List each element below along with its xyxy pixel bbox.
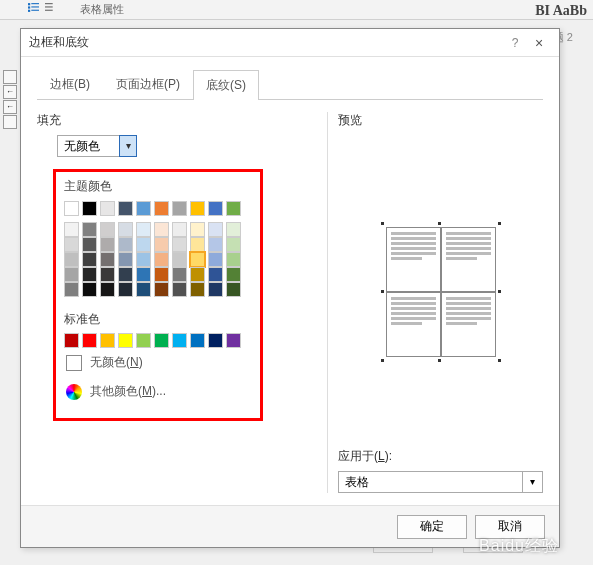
fill-combo-dropdown-button[interactable]: ▾	[119, 135, 137, 157]
color-swatch[interactable]	[118, 237, 133, 252]
svg-rect-8	[45, 10, 53, 11]
color-swatch[interactable]	[100, 252, 115, 267]
color-swatch[interactable]	[136, 201, 151, 216]
color-swatch[interactable]	[100, 282, 115, 297]
color-swatch[interactable]	[100, 237, 115, 252]
color-swatch[interactable]	[82, 267, 97, 282]
color-swatch[interactable]	[118, 201, 133, 216]
color-swatch[interactable]	[136, 222, 151, 237]
color-swatch[interactable]	[190, 282, 205, 297]
tab-page-border[interactable]: 页面边框(P)	[103, 69, 193, 99]
color-swatch[interactable]	[100, 267, 115, 282]
color-swatch[interactable]	[64, 267, 79, 282]
more-colors-label: 其他颜色(M)...	[90, 383, 166, 400]
color-swatch[interactable]	[208, 252, 223, 267]
preview-table-graphic	[386, 227, 496, 357]
ok-button[interactable]: 确定	[397, 515, 467, 539]
cancel-button[interactable]: 取消	[475, 515, 545, 539]
color-swatch[interactable]	[226, 267, 241, 282]
color-swatch[interactable]	[172, 201, 187, 216]
color-swatch[interactable]	[64, 222, 79, 237]
color-swatch[interactable]	[136, 282, 151, 297]
color-swatch[interactable]	[64, 201, 79, 216]
color-swatch[interactable]	[172, 222, 187, 237]
apply-to-label: 应用于(L):	[338, 448, 543, 465]
apply-to-combo[interactable]: 表格 ▾	[338, 471, 543, 493]
no-color-option[interactable]: 无颜色(N)	[64, 348, 252, 377]
color-swatch[interactable]	[154, 201, 169, 216]
color-swatch[interactable]	[154, 222, 169, 237]
color-swatch[interactable]	[226, 222, 241, 237]
borders-shading-dialog: 边框和底纹 ? × 边框(B) 页面边框(P) 底纹(S) 填充 无颜色 ▾ 主…	[20, 28, 560, 548]
color-swatch[interactable]	[190, 237, 205, 252]
color-swatch[interactable]	[208, 201, 223, 216]
color-swatch[interactable]	[226, 201, 241, 216]
color-swatch[interactable]	[226, 252, 241, 267]
color-swatch[interactable]	[154, 237, 169, 252]
color-swatch[interactable]	[100, 333, 115, 348]
color-swatch[interactable]	[118, 267, 133, 282]
color-swatch[interactable]	[136, 333, 151, 348]
color-swatch[interactable]	[172, 237, 187, 252]
svg-rect-0	[28, 3, 30, 5]
help-button[interactable]: ?	[503, 36, 527, 50]
color-swatch[interactable]	[82, 201, 97, 216]
color-swatch[interactable]	[82, 237, 97, 252]
color-swatch[interactable]	[82, 282, 97, 297]
color-swatch[interactable]	[154, 267, 169, 282]
color-swatch[interactable]	[208, 333, 223, 348]
color-swatch[interactable]	[172, 282, 187, 297]
color-swatch[interactable]	[190, 222, 205, 237]
svg-rect-3	[31, 6, 39, 7]
color-swatch[interactable]	[136, 252, 151, 267]
dialog-titlebar: 边框和底纹 ? ×	[21, 29, 559, 57]
apply-to-dropdown-button[interactable]: ▾	[523, 471, 543, 493]
color-swatch[interactable]	[118, 252, 133, 267]
color-swatch[interactable]	[190, 252, 205, 267]
color-swatch[interactable]	[172, 267, 187, 282]
color-swatch[interactable]	[100, 222, 115, 237]
color-swatch[interactable]	[118, 282, 133, 297]
color-swatch[interactable]	[64, 282, 79, 297]
color-swatch[interactable]	[208, 267, 223, 282]
tab-shading[interactable]: 底纹(S)	[193, 70, 259, 100]
color-swatch[interactable]	[118, 222, 133, 237]
color-swatch[interactable]	[226, 333, 241, 348]
color-swatch[interactable]	[64, 252, 79, 267]
color-swatch[interactable]	[82, 333, 97, 348]
more-colors-option[interactable]: 其他颜色(M)...	[64, 377, 252, 406]
color-swatch[interactable]	[118, 333, 133, 348]
color-swatch[interactable]	[226, 282, 241, 297]
fill-label: 填充	[37, 112, 317, 129]
color-swatch[interactable]	[136, 237, 151, 252]
color-swatch[interactable]	[64, 333, 79, 348]
ribbon-list-icons	[28, 2, 56, 13]
color-swatch[interactable]	[136, 267, 151, 282]
color-swatch[interactable]	[190, 267, 205, 282]
color-swatch[interactable]	[82, 222, 97, 237]
svg-rect-5	[31, 10, 39, 11]
svg-rect-1	[31, 3, 39, 4]
color-swatch[interactable]	[208, 237, 223, 252]
color-swatch[interactable]	[82, 252, 97, 267]
color-swatch[interactable]	[190, 333, 205, 348]
color-swatch[interactable]	[64, 237, 79, 252]
color-wheel-icon	[66, 384, 82, 400]
bg-style-preview: BI AaBb	[535, 2, 587, 19]
tab-border[interactable]: 边框(B)	[37, 69, 103, 99]
color-swatch[interactable]	[172, 252, 187, 267]
svg-rect-7	[45, 6, 53, 7]
color-swatch[interactable]	[208, 222, 223, 237]
color-swatch[interactable]	[100, 201, 115, 216]
color-swatch[interactable]	[154, 333, 169, 348]
color-swatch[interactable]	[172, 333, 187, 348]
close-button[interactable]: ×	[527, 35, 551, 51]
color-swatch[interactable]	[226, 237, 241, 252]
color-swatch[interactable]	[154, 252, 169, 267]
fill-color-combo[interactable]: 无颜色 ▾	[57, 135, 317, 157]
svg-rect-4	[28, 10, 30, 12]
color-swatch[interactable]	[154, 282, 169, 297]
color-swatch[interactable]	[208, 282, 223, 297]
color-swatch[interactable]	[190, 201, 205, 216]
standard-colors-label: 标准色	[64, 311, 252, 328]
